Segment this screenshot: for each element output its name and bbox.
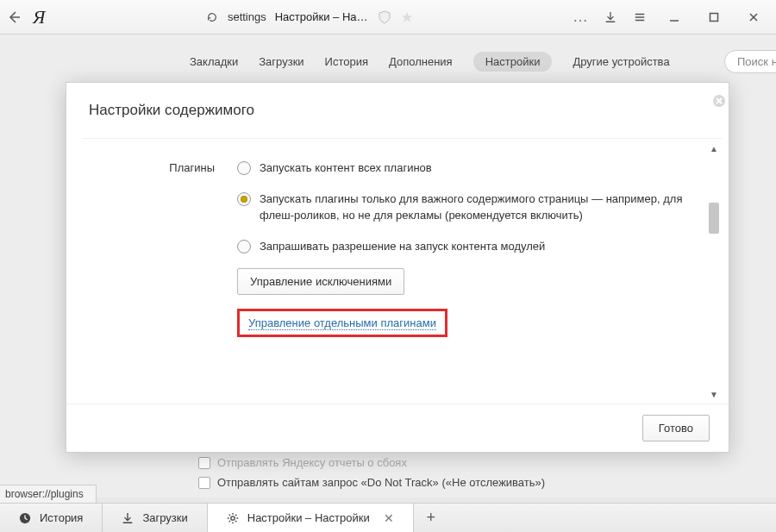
dnt-label: Отправлять сайтам запрос «Do Not Track» … (217, 476, 545, 489)
bookmark-star-icon[interactable] (401, 11, 413, 23)
radio-run-important[interactable]: Запускать плагины только для важного сод… (237, 191, 696, 224)
status-text: browser://plugins (5, 488, 84, 500)
radio-run-important-label: Запускать плагины только для важного сод… (260, 191, 696, 224)
nav-addons[interactable]: Дополнения (389, 55, 453, 68)
reload-icon[interactable] (205, 10, 219, 24)
gear-icon (227, 512, 239, 524)
tab-history-label: История (40, 511, 83, 524)
done-button[interactable]: Готово (642, 415, 710, 441)
tab-downloads[interactable]: Загрузки (103, 504, 207, 532)
nav-settings[interactable]: Настройки (473, 52, 553, 72)
modal-close-button[interactable] (708, 90, 730, 112)
crash-reports-row[interactable]: Отправлять Яндексу отчеты о сбоях (198, 456, 742, 469)
content-settings-modal: Настройки содержимого Плагины Запускать … (66, 82, 729, 453)
scroll-thumb[interactable] (709, 203, 719, 234)
scroll-down-icon[interactable]: ▼ (708, 388, 720, 400)
crash-reports-label: Отправлять Яндексу отчеты о сбоях (217, 456, 407, 469)
tab-strip: История Загрузки Настройки – Настройки ✕… (0, 503, 776, 532)
checkbox-icon[interactable] (198, 477, 210, 489)
yandex-logo[interactable]: Я (33, 6, 45, 28)
scroll-up-icon[interactable]: ▲ (708, 142, 720, 154)
window-close[interactable] (742, 5, 766, 29)
manage-plugins-link[interactable]: Управление отдельными плагинами (248, 316, 436, 330)
window-titlebar: Я settings Настройки – На… … (0, 0, 776, 34)
tab-history[interactable]: История (0, 504, 103, 532)
radio-ask-label: Запрашивать разрешение на запуск контент… (260, 238, 545, 255)
radio-run-all-label: Запускать контент всех плагинов (260, 160, 432, 177)
nav-bookmarks[interactable]: Закладки (190, 55, 238, 68)
modal-title: Настройки содержимого (89, 102, 254, 118)
checkbox-icon[interactable] (198, 457, 210, 469)
radio-run-all[interactable]: Запускать контент всех плагинов (237, 160, 696, 177)
radio-icon[interactable] (237, 161, 251, 175)
tab-downloads-label: Загрузки (142, 511, 187, 524)
svg-rect-0 (710, 13, 718, 21)
nav-other-devices[interactable]: Другие устройства (573, 55, 669, 68)
clock-icon (19, 512, 31, 524)
window-maximize[interactable] (702, 5, 726, 29)
address-bar[interactable]: settings Настройки – На… (205, 9, 413, 25)
plugins-section-label: Плагины (85, 160, 215, 337)
window-minimize[interactable] (662, 5, 686, 29)
radio-ask[interactable]: Запрашивать разрешение на запуск контент… (237, 238, 696, 255)
nav-history[interactable]: История (325, 55, 368, 68)
dnt-row[interactable]: Отправлять сайтам запрос «Do Not Track» … (198, 476, 742, 489)
radio-icon[interactable] (237, 192, 251, 206)
settings-search[interactable]: Поиск наст (724, 50, 776, 73)
manage-exceptions-button[interactable]: Управление исключениями (237, 268, 404, 295)
new-tab-button[interactable]: + (414, 504, 448, 532)
download-icon (122, 512, 134, 524)
status-bar: browser://plugins (0, 485, 97, 503)
back-button[interactable] (7, 10, 21, 24)
tab-settings[interactable]: Настройки – Настройки ✕ (208, 504, 414, 532)
nav-downloads[interactable]: Загрузки (259, 55, 304, 68)
protect-icon[interactable] (377, 9, 392, 25)
settings-nav: Закладки Загрузки История Дополнения Нас… (0, 34, 776, 85)
url-title: Настройки – На… (275, 10, 368, 23)
menu-icon[interactable] (633, 10, 647, 24)
more-icon[interactable]: … (573, 8, 588, 26)
tab-close-icon[interactable]: ✕ (384, 511, 394, 525)
modal-scrollbar[interactable]: ▲ ▼ (708, 142, 720, 400)
highlight-annotation: Управление отдельными плагинами (237, 309, 447, 337)
url-host: settings (228, 10, 266, 23)
radio-icon[interactable] (237, 240, 251, 253)
tab-settings-label: Настройки – Настройки (247, 511, 370, 524)
downloads-icon[interactable] (604, 10, 617, 24)
svg-point-3 (231, 516, 235, 519)
